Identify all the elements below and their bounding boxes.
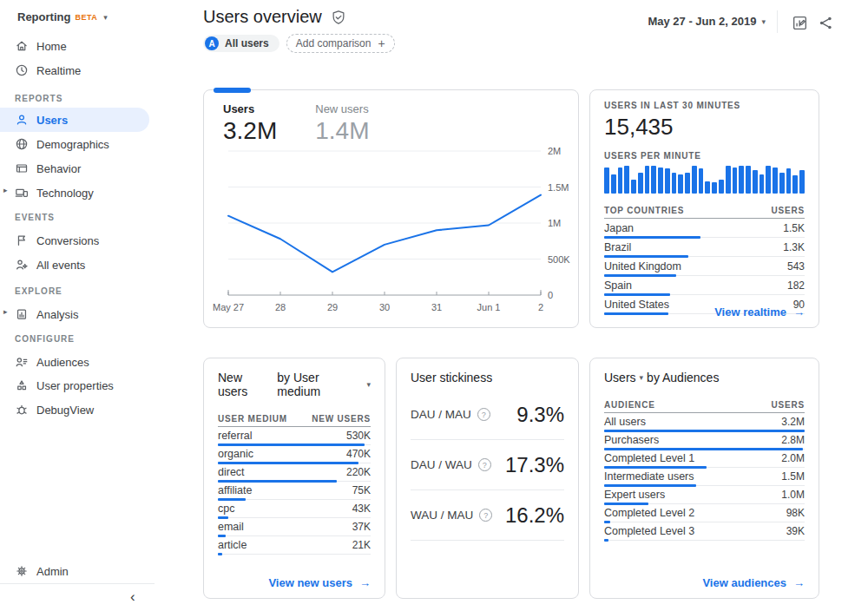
help-icon[interactable]: ? (477, 408, 490, 421)
ratio-value: 16.2% (505, 503, 564, 528)
metric-bar (218, 480, 337, 483)
collapse-sidebar-button[interactable]: ‹ (130, 588, 135, 606)
sidebar-item-demographics[interactable]: Demographics (0, 132, 149, 156)
minute-bar (665, 168, 670, 194)
ratio-label: WAU / MAU (411, 509, 473, 522)
arrow-right-icon: → (359, 576, 371, 589)
metric-bar (604, 484, 696, 487)
minute-bar (631, 180, 636, 194)
sidebar-item-all-events[interactable]: All events (0, 253, 149, 277)
table-row: Completed Level 298K (604, 504, 805, 522)
sidebar-item-analysis[interactable]: ▸ Analysis (0, 302, 149, 326)
sidebar-item-behavior[interactable]: Behavior (0, 156, 149, 181)
minute-bar (786, 168, 792, 194)
sidebar-item-home[interactable]: Home (0, 34, 149, 58)
row-label: article (218, 539, 247, 551)
row-label: Completed Level 1 (604, 452, 694, 464)
metric-bar (218, 535, 226, 537)
metric-dropdown[interactable]: New users (218, 371, 273, 398)
comparison-chip-all-users[interactable]: A All users (203, 35, 279, 52)
report-switcher[interactable]: Reporting BETA ▾ (17, 10, 108, 23)
minute-bar (624, 166, 629, 194)
row-label: cpc (218, 503, 234, 515)
row-value: 1.5K (783, 222, 805, 234)
table-row: Japan1.5K (604, 219, 805, 238)
help-icon[interactable]: ? (479, 509, 492, 522)
column-header: NEW USERS (312, 414, 371, 424)
date-range-label: May 27 - Jun 2, 2019 (648, 15, 756, 28)
arrow-right-icon: → (793, 306, 805, 319)
x-axis-tick: 30 (379, 302, 390, 312)
minute-bar (712, 182, 717, 194)
view-new-users-link[interactable]: View new users → (268, 576, 371, 589)
column-header: USER MEDIUM (218, 414, 287, 424)
sidebar-item-debugview[interactable]: DebugView (0, 397, 149, 422)
realtime-value: 15,435 (604, 114, 805, 141)
active-metric-tab-indicator (214, 88, 251, 93)
row-value: 182 (787, 279, 805, 292)
metric-label: New users (315, 102, 369, 115)
audiences-table: All users3.2MPurchasers2.8MCompleted Lev… (604, 413, 805, 541)
row-label: Completed Level 3 (604, 525, 694, 537)
table-header: TOP COUNTRIES USERS (604, 202, 805, 219)
column-header: USERS (772, 400, 805, 410)
brand-label: Reporting (17, 10, 70, 23)
sidebar-item-realtime[interactable]: Realtime (0, 58, 149, 82)
chevron-down-icon[interactable]: ▾ (366, 380, 371, 389)
metric-bar (604, 430, 805, 432)
view-realtime-link[interactable]: View realtime → (714, 306, 805, 319)
sidebar-item-conversions[interactable]: Conversions (0, 228, 149, 253)
metric-bar (218, 553, 222, 555)
add-comparison-button[interactable]: Add comparison + (286, 34, 395, 53)
stickiness-rows: DAU / MAU?9.3%DAU / WAU?17.3%WAU / MAU?1… (411, 390, 564, 541)
sidebar-item-technology[interactable]: ▸ Technology (0, 181, 149, 205)
x-axis-tick: 31 (431, 302, 442, 312)
sidebar-item-user-properties[interactable]: User properties (0, 373, 149, 397)
shield-check-icon[interactable] (331, 10, 346, 25)
metric-bar (604, 274, 676, 277)
row-value: 39K (786, 525, 805, 537)
new-users-by-medium-card: New users by User medium ▾ USER MEDIUM N… (203, 358, 385, 599)
date-range-picker[interactable]: May 27 - Jun 2, 2019 ▾ (648, 15, 766, 28)
y-axis-tick: 0 (548, 290, 553, 300)
sidebar-item-users[interactable]: Users (0, 108, 149, 132)
sidebar-item-admin[interactable]: Admin (0, 559, 149, 583)
table-row: direct220K (218, 463, 371, 482)
sidebar-item-audiences[interactable]: Audiences (0, 350, 149, 374)
table-row: referral530K (218, 427, 371, 445)
row-value: 2.0M (781, 452, 805, 464)
expand-arrow-icon[interactable]: ▸ (3, 307, 8, 316)
table-header: AUDIENCE USERS (604, 397, 805, 413)
expand-arrow-icon[interactable]: ▸ (3, 186, 8, 194)
table-row: email37K (218, 518, 371, 536)
metric-bar (604, 236, 700, 239)
row-label: Intermediate users (604, 470, 694, 483)
clock-icon (15, 63, 29, 77)
row-label: Completed Level 2 (604, 507, 694, 519)
sidebar-section-explore: EXPLORE (15, 286, 62, 296)
minute-bar (604, 168, 609, 194)
customize-report-button[interactable] (790, 13, 809, 32)
share-icon[interactable] (816, 13, 835, 32)
row-value: 43K (352, 503, 371, 515)
view-audiences-link[interactable]: View audiences → (702, 576, 805, 589)
link-label: View new users (268, 576, 352, 589)
table-row: Spain182 (604, 276, 805, 295)
devices-icon (15, 186, 29, 200)
chevron-down-icon[interactable]: ▾ (640, 373, 644, 382)
gear-icon (15, 564, 29, 578)
sidebar-item-label: Realtime (36, 64, 81, 77)
minute-bar (638, 173, 643, 194)
users-series-line (228, 195, 541, 273)
help-icon[interactable]: ? (478, 458, 491, 471)
link-label: View realtime (714, 306, 786, 319)
ratio-value: 17.3% (505, 453, 564, 477)
comparison-chip-label: All users (225, 37, 269, 49)
y-axis-tick: 500K (548, 254, 570, 265)
add-comparison-label: Add comparison (296, 37, 372, 49)
sidebar-item-label: Home (36, 40, 67, 53)
ratio-label: DAU / WAU (411, 458, 472, 471)
metric-dropdown[interactable]: Users (604, 371, 636, 384)
metric-bar (604, 448, 803, 450)
sidebar-item-label: Admin (36, 565, 69, 578)
